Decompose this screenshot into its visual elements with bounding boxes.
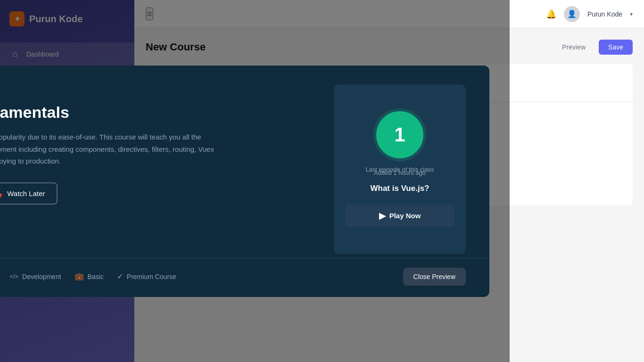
modal-footer: ⏱ 7 minute 📄 1 theory </> Development 💼 … — [0, 258, 489, 297]
play-now-label: Play Now — [389, 212, 421, 220]
play-icon: ▶ — [379, 211, 386, 221]
level-icon: 💼 — [74, 272, 84, 281]
checkmark-icon: ✓ — [117, 272, 123, 281]
episode-number: 1 — [376, 111, 423, 158]
topbar-right: 🔔 👤 Purun Kode ▾ — [546, 6, 633, 22]
footer-meta: ⏱ 7 minute 📄 1 theory </> Development 💼 … — [0, 272, 176, 281]
user-name-label: Purun Kode — [587, 10, 622, 18]
meta-level: 💼 Basic — [74, 272, 104, 281]
modal-actions: More Details 🔖 Watch Later — [0, 182, 315, 205]
episode-name: What is Vue.js? — [370, 184, 429, 193]
premium-text: Premium Course — [127, 273, 176, 280]
level-text: Basic — [88, 273, 104, 280]
meta-premium: ✓ Premium Course — [117, 272, 176, 281]
modal-overlay: Vue.js Vue.js Fundamentals Vue.js is rap… — [0, 0, 510, 362]
play-now-button[interactable]: ▶ Play Now — [345, 205, 454, 227]
course-preview-modal: Vue.js Vue.js Fundamentals Vue.js is rap… — [0, 66, 489, 297]
episode-card: 1 Last episode of this class Added 1 hou… — [334, 84, 466, 254]
watch-later-button[interactable]: 🔖 Watch Later — [0, 182, 58, 205]
category-text: Development — [22, 273, 61, 280]
modal-left: Vue.js Vue.js Fundamentals Vue.js is rap… — [0, 84, 315, 254]
episode-added-label: Added 1 hours ago — [365, 169, 434, 176]
course-title: Vue.js Fundamentals — [0, 103, 315, 122]
bookmark-icon: 🔖 — [0, 189, 3, 198]
save-button[interactable]: Save — [599, 40, 633, 55]
course-description: Vue.js is rapidly growing in popularity … — [0, 131, 230, 167]
meta-category: </> Development — [9, 273, 61, 280]
close-preview-button[interactable]: Close Preview — [403, 268, 466, 286]
modal-right: 1 Last episode of this class Added 1 hou… — [334, 84, 466, 254]
preview-button[interactable]: Preview — [554, 40, 593, 55]
notification-bell-icon[interactable]: 🔔 — [546, 9, 556, 19]
avatar: 👤 — [564, 6, 580, 22]
chevron-down-icon[interactable]: ▾ — [630, 11, 633, 17]
header-actions: Preview Save — [554, 40, 633, 55]
modal-body: Vue.js Vue.js Fundamentals Vue.js is rap… — [0, 66, 489, 254]
code-icon: </> — [9, 273, 18, 280]
watch-later-label: Watch Later — [7, 189, 45, 197]
